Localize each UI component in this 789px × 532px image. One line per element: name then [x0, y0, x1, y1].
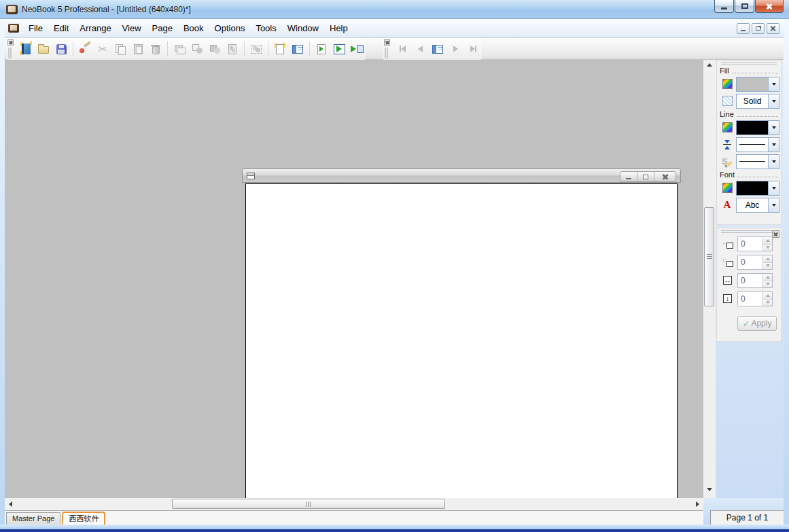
run-from-page-button[interactable] [349, 41, 365, 57]
fill-color-picker-button[interactable] [720, 78, 734, 90]
horizontal-scrollbar[interactable] [5, 498, 703, 510]
style-brush-button[interactable] [77, 41, 93, 57]
next-page-button[interactable] [447, 41, 463, 57]
open-button[interactable] [35, 41, 52, 57]
line-color-picker-button[interactable] [720, 122, 734, 134]
spin-up-button[interactable] [763, 255, 772, 262]
document-minimize-button[interactable] [620, 172, 637, 181]
document-close-button[interactable] [654, 172, 676, 181]
spin-up-button[interactable] [763, 237, 772, 244]
dropdown-button[interactable] [768, 198, 779, 212]
toolbar-handle[interactable] [383, 39, 393, 59]
apply-button[interactable]: Apply [737, 316, 777, 331]
fill-pattern-picker-button[interactable] [720, 95, 734, 107]
paste-button[interactable] [130, 41, 146, 57]
y-position-value[interactable]: 0 [738, 255, 762, 269]
select-objects-button[interactable] [248, 41, 264, 57]
send-to-back-button[interactable] [207, 41, 223, 57]
delete-button[interactable] [147, 41, 164, 57]
menu-book[interactable]: Book [178, 20, 209, 36]
close-button[interactable] [755, 0, 784, 13]
dropdown-button[interactable] [768, 77, 779, 91]
minimize-button[interactable] [714, 0, 734, 13]
menu-arrange[interactable]: Arrange [74, 20, 116, 36]
vertical-scrollbar[interactable] [703, 60, 716, 498]
new-page-button[interactable] [272, 41, 288, 57]
maximize-button[interactable] [735, 0, 754, 13]
tab-current-page[interactable]: 西西软件 [62, 512, 105, 525]
spin-down-button[interactable] [763, 244, 772, 251]
vertical-scroll-thumb[interactable] [704, 207, 714, 306]
scroll-up-arrow[interactable] [707, 63, 712, 67]
save-button[interactable] [53, 41, 69, 57]
tab-master-page[interactable]: Master Page [6, 512, 60, 525]
workspace[interactable] [5, 60, 703, 498]
scroll-down-arrow[interactable] [707, 488, 712, 491]
scroll-left-arrow[interactable] [9, 501, 12, 507]
x-position-value[interactable]: 0 [738, 237, 762, 251]
line-width-picker-button[interactable] [720, 139, 734, 151]
first-page-button[interactable] [394, 41, 410, 57]
fill-pattern-combo[interactable]: Solid [736, 94, 779, 109]
document-maximize-button[interactable] [637, 172, 654, 181]
menu-tools[interactable]: Tools [250, 20, 281, 36]
run-page-button[interactable] [313, 41, 330, 57]
toolbar-close-button[interactable] [384, 39, 390, 46]
new-book-button[interactable] [18, 41, 34, 57]
dropdown-button[interactable] [768, 138, 779, 152]
toolbar-handle[interactable] [6, 39, 17, 59]
object-properties-button[interactable] [224, 41, 241, 57]
dropdown-button[interactable] [768, 155, 779, 169]
toolbar-gripper[interactable] [385, 48, 388, 58]
menu-options[interactable]: Options [209, 20, 251, 36]
width-spinner[interactable]: 0 [737, 273, 773, 288]
mdi-minimize-button[interactable] [737, 23, 750, 34]
run-book-button[interactable] [331, 41, 347, 57]
document-window[interactable] [242, 169, 681, 498]
document-title-bar[interactable] [242, 169, 681, 183]
line-style-combo[interactable] [736, 154, 779, 169]
line-style-picker-button[interactable] [720, 156, 734, 168]
y-position-spinner[interactable]: 0 [737, 255, 773, 270]
menu-help[interactable]: Help [324, 20, 353, 36]
fill-color-combo[interactable] [736, 77, 779, 92]
font-color-combo[interactable] [736, 181, 779, 196]
dropdown-button[interactable] [768, 181, 779, 195]
mdi-close-button[interactable] [767, 23, 779, 34]
height-value[interactable]: 0 [738, 292, 762, 306]
menu-file[interactable]: File [23, 20, 48, 36]
copy-button[interactable] [112, 41, 128, 57]
page-canvas[interactable] [245, 183, 678, 498]
toolbar-close-button[interactable] [7, 39, 14, 46]
horizontal-scroll-thumb[interactable] [172, 499, 445, 509]
menu-edit[interactable]: Edit [48, 20, 74, 36]
spin-down-button[interactable] [763, 299, 772, 306]
width-value[interactable]: 0 [738, 274, 762, 287]
scroll-right-arrow[interactable] [696, 501, 699, 507]
previous-page-button[interactable] [412, 41, 428, 57]
line-color-combo[interactable] [736, 120, 779, 135]
arrange-order-button[interactable] [171, 41, 188, 57]
spin-up-button[interactable] [763, 292, 772, 299]
menu-window[interactable]: Window [282, 20, 324, 36]
font-picker-button[interactable]: A [720, 199, 734, 211]
palette-close-button[interactable] [772, 230, 779, 238]
font-face-combo[interactable]: Abc [736, 198, 779, 213]
title-bar[interactable]: NeoBook 5 Professional - [Untitled (640x… [0, 0, 789, 19]
spin-down-button[interactable] [763, 262, 772, 270]
bring-to-front-button[interactable] [189, 41, 205, 57]
menu-page[interactable]: Page [147, 20, 178, 36]
height-spinner[interactable]: 0 [737, 291, 773, 306]
cut-button[interactable] [94, 41, 111, 57]
page-list-button[interactable] [290, 41, 306, 57]
last-page-button[interactable] [465, 41, 481, 57]
palette-gripper[interactable] [721, 230, 777, 233]
x-position-spinner[interactable]: 0 [737, 236, 773, 251]
dropdown-button[interactable] [768, 94, 779, 108]
mdi-restore-button[interactable] [752, 23, 765, 34]
font-color-picker-button[interactable] [720, 182, 734, 194]
dropdown-button[interactable] [768, 121, 779, 135]
spin-down-button[interactable] [763, 281, 772, 288]
spin-up-button[interactable] [763, 274, 772, 281]
line-width-combo[interactable] [736, 137, 779, 152]
